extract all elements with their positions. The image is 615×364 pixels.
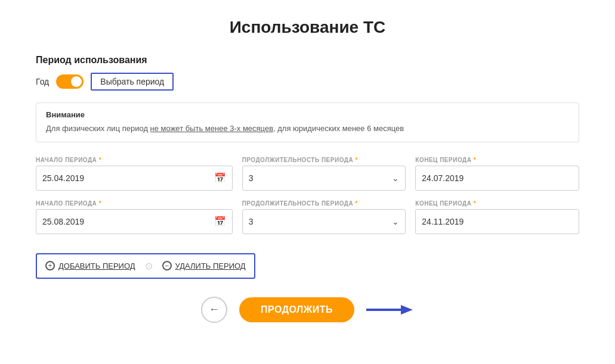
duration-select-1[interactable]: 1 2 3 4 5 6: [249, 173, 393, 183]
start-input-wrap-2: 📅: [36, 209, 233, 234]
duration-select-2[interactable]: 1 2 3 4 5 6: [249, 217, 393, 226]
start-label-2: НАЧАЛО ПЕРИОДА *: [36, 200, 233, 207]
continue-button[interactable]: ПРОДОЛЖИТЬ: [239, 297, 354, 322]
end-value-2: 24.11.2019: [415, 209, 579, 234]
duration-label-2: ПРОДОЛЖИТЕЛЬНОСТЬ ПЕРИОДА *: [242, 200, 406, 207]
start-period-field-1: НАЧАЛО ПЕРИОДА * 📅: [36, 157, 233, 191]
toggle-row: Год Выбрать период: [36, 73, 579, 91]
calendar-icon-1[interactable]: 📅: [214, 172, 226, 183]
required-star-3: *: [474, 157, 476, 163]
attention-title: Внимание: [46, 110, 569, 119]
remove-period-link[interactable]: − УДАЛИТЬ ПЕРИОД: [162, 261, 246, 270]
attention-text-part1: Для физических лиц период: [46, 124, 150, 133]
svg-marker-1: [401, 305, 413, 315]
end-period-field-1: КОНЕЦ ПЕРИОДА * 24.07.2019: [415, 157, 579, 191]
section-title: Период использования: [36, 55, 579, 66]
end-value-1: 24.07.2019: [415, 166, 579, 191]
required-star-5: *: [355, 200, 357, 207]
required-star: *: [99, 157, 101, 163]
end-label-1: КОНЕЦ ПЕРИОДА *: [415, 157, 579, 163]
attention-text-part2: , для юридических менее 6 месяцев: [273, 124, 404, 133]
end-period-field-2: КОНЕЦ ПЕРИОДА * 24.11.2019: [415, 200, 579, 234]
period-row-1: НАЧАЛО ПЕРИОДА * 📅 ПРОДОЛЖИТЕЛЬНОСТЬ ПЕР…: [36, 157, 579, 191]
chevron-down-icon-1: ⌄: [392, 173, 399, 183]
add-period-label: ДОБАВИТЬ ПЕРИОД: [58, 262, 135, 270]
arrow-indicator: [366, 301, 414, 318]
year-toggle[interactable]: [56, 74, 84, 89]
arrow-right-icon: [366, 301, 414, 318]
remove-period-label: УДАЛИТЬ ПЕРИОД: [175, 262, 246, 270]
add-circle-icon: +: [45, 261, 55, 270]
duration-select-wrap-2[interactable]: 1 2 3 4 5 6 ⌄: [242, 209, 406, 234]
duration-label-1: ПРОДОЛЖИТЕЛЬНОСТЬ ПЕРИОДА *: [242, 157, 406, 163]
required-star-2: *: [355, 157, 357, 163]
page-title: Использование ТС: [36, 18, 579, 37]
required-star-4: *: [99, 200, 101, 207]
add-period-link[interactable]: + ДОБАВИТЬ ПЕРИОД: [45, 261, 135, 270]
duration-select-wrap-1[interactable]: 1 2 3 4 5 6 ⌄: [242, 166, 406, 191]
end-label-2: КОНЕЦ ПЕРИОДА *: [415, 200, 579, 207]
page-container: Использование ТС Период использования Го…: [0, 0, 615, 347]
toggle-label: Год: [36, 77, 49, 86]
select-period-button[interactable]: Выбрать период: [91, 73, 174, 91]
calendar-icon-2[interactable]: 📅: [214, 216, 226, 227]
duration-field-1: ПРОДОЛЖИТЕЛЬНОСТЬ ПЕРИОДА * 1 2 3 4 5 6 …: [242, 157, 406, 191]
start-label-1: НАЧАЛО ПЕРИОДА *: [36, 157, 233, 163]
start-input-1[interactable]: [42, 173, 214, 183]
chevron-down-icon-2: ⌄: [392, 217, 399, 226]
attention-underline: не может быть менее 3-х месяцев: [150, 124, 273, 133]
attention-box: Внимание Для физических лиц период не мо…: [36, 102, 579, 142]
start-period-field-2: НАЧАЛО ПЕРИОДА * 📅: [36, 200, 233, 234]
bottom-row: ← ПРОДОЛЖИТЬ: [36, 297, 579, 323]
remove-circle-icon: −: [162, 261, 172, 270]
duration-field-2: ПРОДОЛЖИТЕЛЬНОСТЬ ПЕРИОДА * 1 2 3 4 5 6 …: [242, 200, 406, 234]
actions-separator: ⊙: [145, 260, 153, 272]
periods-grid: НАЧАЛО ПЕРИОДА * 📅 ПРОДОЛЖИТЕЛЬНОСТЬ ПЕР…: [36, 157, 579, 244]
period-row-2: НАЧАЛО ПЕРИОДА * 📅 ПРОДОЛЖИТЕЛЬНОСТЬ ПЕР…: [36, 200, 579, 234]
start-input-wrap-1: 📅: [36, 166, 233, 191]
attention-text: Для физических лиц период не может быть …: [46, 123, 569, 135]
required-star-6: *: [474, 200, 476, 207]
start-input-2[interactable]: [42, 217, 214, 226]
actions-row: + ДОБАВИТЬ ПЕРИОД ⊙ − УДАЛИТЬ ПЕРИОД: [36, 253, 255, 279]
back-button[interactable]: ←: [201, 297, 227, 323]
